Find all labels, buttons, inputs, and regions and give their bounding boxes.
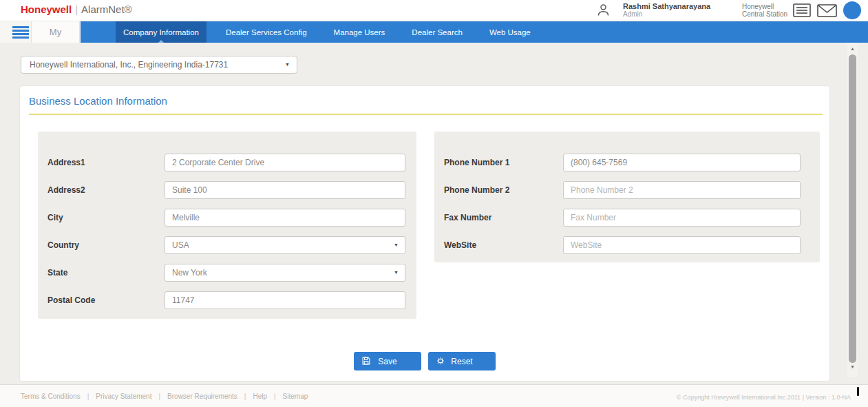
vertical-scrollbar[interactable]: ▲ ▼ (847, 43, 858, 377)
form-row: Phone Number 2 (434, 181, 820, 199)
save-icon (361, 356, 371, 366)
cursor-artifact (857, 387, 859, 396)
state-select-value: New York (172, 268, 207, 278)
city-input[interactable] (165, 209, 405, 227)
reset-button[interactable]: Reset (428, 352, 496, 371)
tab-manage-users[interactable]: Manage Users (326, 21, 393, 43)
country-label: Country (47, 240, 165, 250)
mail-icon[interactable] (816, 3, 838, 19)
footer-separator: | (274, 393, 276, 400)
chevron-down-icon: ▼ (394, 264, 399, 281)
tab-web-usage[interactable]: Web Usage (482, 21, 538, 43)
form-actions: Save Reset (20, 352, 829, 371)
footer-link-help[interactable]: Help (253, 393, 267, 400)
page-footer: Terms & Conditions|Privacy Statement|Bro… (0, 384, 868, 407)
tab-dealer-services-config[interactable]: Dealer Services Config (218, 21, 315, 43)
footer-link-browser-requirements[interactable]: Browser Requirements (167, 393, 237, 400)
copyright-text: © Copyright Honeywell International Inc.… (677, 394, 851, 401)
menu-icon[interactable] (12, 26, 29, 39)
form-row: WebSite (434, 236, 820, 254)
footer-separator: | (158, 393, 160, 400)
footer-link-terms[interactable]: Terms & Conditions (21, 393, 81, 400)
footer-link-privacy[interactable]: Privacy Statement (96, 393, 151, 400)
business-location-card: Business Location Information Address1 A… (19, 85, 830, 382)
tab-label: Dealer Services Config (226, 28, 307, 36)
product-logo-text: AlarmNet® (81, 3, 132, 15)
phone2-label: Phone Number 2 (444, 185, 563, 195)
form-row: Phone Number 1 (434, 154, 820, 171)
user-info[interactable]: Rashmi Sathyanarayana Admin (623, 2, 710, 19)
nav-home-tab[interactable]: My Company (31, 21, 80, 43)
form-row: Address1 (38, 154, 416, 171)
app-logo: Honeywell|AlarmNet® (21, 3, 132, 15)
company-selector-value: Honeywell International, Inc., Engineeri… (30, 60, 228, 70)
profile-circle-icon[interactable] (843, 1, 861, 19)
address2-input[interactable] (165, 181, 405, 199)
phone2-input[interactable] (563, 181, 801, 199)
company-selector-dropdown[interactable]: Honeywell International, Inc., Engineeri… (21, 56, 297, 74)
footer-link-sitemap[interactable]: Sitemap (283, 393, 308, 400)
reset-icon (436, 356, 445, 366)
tab-label: Company Information (123, 28, 199, 36)
user-icon (596, 3, 611, 17)
tab-label: Web Usage (489, 28, 531, 36)
address-panel: Address1 Address2 City Country USA ▼ Sta… (38, 132, 416, 319)
station-info: Honeywell Central Station (742, 3, 787, 18)
footer-separator: | (87, 393, 89, 400)
tab-label: Dealer Search (412, 28, 463, 36)
nav-tab-bar: Company Information Dealer Services Conf… (81, 21, 868, 43)
scroll-up-arrow-icon[interactable]: ▲ (847, 44, 858, 54)
form-row: Postal Code (38, 291, 416, 309)
form-row: Address2 (38, 181, 416, 199)
country-select-value: USA (172, 240, 189, 250)
fax-label: Fax Number (444, 213, 563, 222)
save-button[interactable]: Save (354, 352, 421, 371)
tab-label: Manage Users (334, 28, 385, 36)
news-icon[interactable] (792, 2, 812, 19)
country-select[interactable]: USA ▼ (165, 236, 405, 254)
footer-links: Terms & Conditions|Privacy Statement|Bro… (21, 393, 308, 400)
tab-dealer-search[interactable]: Dealer Search (404, 21, 470, 43)
form-row: Country USA ▼ (38, 236, 416, 254)
fax-input[interactable] (563, 209, 801, 227)
form-row: City (38, 209, 416, 227)
brand-logo-text: Honeywell (21, 3, 72, 15)
contact-panel: Phone Number 1 Phone Number 2 Fax Number… (434, 132, 820, 262)
reset-button-label: Reset (451, 357, 472, 366)
city-label: City (47, 213, 165, 222)
user-role: Admin (623, 10, 710, 19)
postal-code-input[interactable] (165, 291, 405, 309)
tab-company-information[interactable]: Company Information (116, 21, 207, 43)
website-input[interactable] (563, 236, 801, 254)
form-row: State New York ▼ (38, 264, 416, 282)
save-button-label: Save (378, 357, 396, 366)
state-select[interactable]: New York ▼ (165, 264, 405, 282)
scrollbar-thumb[interactable] (849, 54, 856, 363)
page-content: Honeywell International, Inc., Engineeri… (0, 43, 868, 384)
section-title: Business Location Information (29, 95, 167, 107)
footer-separator: | (244, 393, 246, 400)
postal-code-label: Postal Code (47, 295, 165, 305)
chevron-down-icon: ▼ (285, 56, 290, 73)
phone1-input[interactable] (563, 154, 801, 171)
chevron-down-icon: ▼ (394, 237, 399, 253)
user-name: Rashmi Sathyanarayana (623, 2, 710, 10)
station-line1: Honeywell (742, 3, 787, 10)
website-label: WebSite (444, 240, 563, 250)
form-row: Fax Number (434, 209, 820, 227)
logo-separator: | (75, 3, 78, 15)
address1-label: Address1 (47, 158, 165, 167)
title-underline (29, 114, 823, 115)
phone1-label: Phone Number 1 (444, 158, 563, 167)
address1-input[interactable] (165, 154, 405, 171)
scroll-down-arrow-icon[interactable]: ▼ (847, 362, 858, 372)
main-nav: My Company Company Information Dealer Se… (0, 21, 868, 43)
top-header: Honeywell|AlarmNet® Rashmi Sathyanarayan… (0, 0, 868, 21)
station-line2: Central Station (742, 10, 787, 18)
state-label: State (47, 268, 165, 278)
address2-label: Address2 (47, 185, 165, 195)
